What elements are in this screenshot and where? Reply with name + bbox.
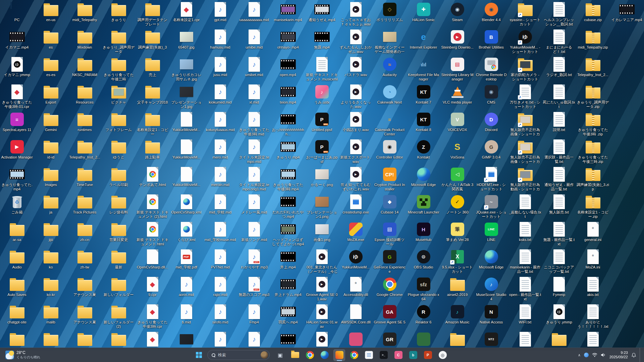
desktop-icon[interactable]: Chrome Remote Desktop <box>474 55 508 82</box>
show-desktop-strip[interactable] <box>640 348 641 362</box>
desktop-icon[interactable]: PC <box>0 0 34 27</box>
desktop-icon[interactable]: ゆYukkuriMovieM... - ショートカット <box>508 27 542 55</box>
desktop-icon[interactable]: ✓ノートン 360 <box>440 192 474 220</box>
desktop-icon[interactable]: PNT2Untitled.ppsf <box>305 110 339 137</box>
desktop-icon[interactable]: ▤Epson 接続診断ツール <box>373 220 407 247</box>
desktop-icon[interactable]: 万引きメモ.txt - ショートカット <box>508 82 542 110</box>
desktop-icon[interactable]: CP!Crypton Product Installer <box>373 165 407 192</box>
desktop-icon[interactable]: midi_Telepathy <box>68 0 102 27</box>
desktop-icon[interactable]: 調声練習(失敗)_3.zip <box>576 165 610 192</box>
desktop-icon[interactable]: フォトフレーム <box>102 110 136 137</box>
desktop-icon[interactable]: ko <box>34 247 68 275</box>
desktop-icon[interactable]: NT2 <box>474 330 508 348</box>
desktop-icon[interactable]: ja <box>34 192 68 220</box>
desktop-icon[interactable]: ♪タイトル未設定.tempo.orig1.mid <box>237 165 271 192</box>
desktop-icon[interactable]: createdump.exe <box>339 192 373 220</box>
desktop-icon[interactable]: ♪hamusu.mid <box>203 27 237 55</box>
desktop-icon[interactable]: ▶よりうるさくなった.wav <box>339 82 373 110</box>
desktop-icon[interactable]: ◆きゅうり食ってた午後3時.cpr <box>136 302 169 330</box>
desktop-icon[interactable]: OpenCvSharp.xml <box>169 192 203 220</box>
desktop-icon[interactable]: teion.mp4 <box>271 82 305 110</box>
desktop-icon[interactable]: ゆうと <box>102 137 136 165</box>
desktop-icon[interactable]: LINELINE <box>474 220 508 247</box>
desktop-icon[interactable]: きゅうり <box>102 0 136 27</box>
hidden-icons-chevron-icon[interactable]: ∧ <box>578 353 581 357</box>
desktop-icon[interactable]: TimeTune <box>68 165 102 192</box>
desktop-icon[interactable] <box>508 330 542 348</box>
taskbar-app-edge[interactable] <box>319 349 330 361</box>
desktop-icon[interactable]: HMuseHub <box>407 220 440 247</box>
desktop-icon[interactable]: ≈Audacity <box>373 55 407 82</box>
desktop-icon[interactable]: ♪aorin.mid <box>169 275 203 302</box>
desktop-icon[interactable]: ありがとう！！！！！！.txt <box>576 302 610 330</box>
desktop-icon[interactable] <box>34 330 68 348</box>
taskbar-app-notepad[interactable] <box>363 349 375 361</box>
desktop-icon[interactable]: ♪umibe.mid <box>237 27 271 55</box>
desktop-icon[interactable]: manisekarin.mp4 <box>271 0 305 27</box>
desktop-icon[interactable]: 孤独なインディーゲーム開発者の一生 ... <box>373 27 407 55</box>
desktop-icon[interactable]: 父子キャンプ2018 <box>136 82 169 110</box>
desktop-icon[interactable]: Track Pictures <box>68 192 102 220</box>
desktop-icon[interactable]: ohhayo-.mp4 <box>271 27 305 55</box>
desktop-icon[interactable]: en-us <box>34 0 68 27</box>
desktop-icon[interactable]: Minecraft Launcher <box>407 192 440 220</box>
desktop-icon[interactable]: テンポあて.html <box>136 165 169 192</box>
desktop-icon[interactable]: ♪Fmp4 <box>237 302 271 330</box>
desktop-icon[interactable]: アナウンス夏 <box>68 275 102 302</box>
desktop-icon[interactable]: ♻ごみ箱 <box>0 192 34 220</box>
desktop-icon[interactable]: ▶HALion Sonic 01.wav <box>305 302 339 330</box>
volume-icon[interactable] <box>601 353 606 357</box>
desktop-icon[interactable]: Fymmp <box>542 275 576 302</box>
desktop-icon[interactable]: 羽尻へ.mp4 <box>271 302 305 330</box>
desktop-icon[interactable]: 新規 テキスト ドキュメント.musicxml <box>305 55 339 82</box>
desktop-icon[interactable]: ラジオ_歌詞.txt <box>542 55 576 82</box>
desktop-icon[interactable]: 新しいフォルダー <box>102 275 136 302</box>
desktop-icon[interactable]: 死にたい_ゅ歌詞.txt <box>542 82 576 110</box>
desktop-icon[interactable]: ♪MuseScore Studio 4 <box>474 275 508 302</box>
desktop-icon[interactable]: manisekarin - 親作品一覧.txt <box>508 247 542 275</box>
desktop-icon[interactable]: まにまにわーるど！.txt <box>542 27 576 55</box>
desktop-icon[interactable]: zh-cn <box>68 220 102 247</box>
desktop-icon[interactable]: 最新 <box>102 247 136 275</box>
desktop-icon[interactable]: ♪ <box>237 330 271 348</box>
desktop-icon[interactable]: 無人販売.txt <box>542 192 576 220</box>
desktop-icon[interactable] <box>169 330 203 348</box>
desktop-icon[interactable]: ヘッドフォンはずしててよかっt.mp4 <box>271 220 305 247</box>
desktop-icon[interactable]: ko-kr <box>34 275 68 302</box>
desktop-icon[interactable]: RReaktor 6 <box>407 302 440 330</box>
taskbar-app-chrome-profile[interactable] <box>348 349 360 361</box>
desktop-icon[interactable]: X9.5.xlsx - ショートカット <box>440 247 474 275</box>
desktop-icon[interactable]: ▶新規エクスポート.wav <box>339 137 373 165</box>
desktop-icon[interactable]: ▶小銭詰まり.wav <box>339 110 373 137</box>
desktop-icon[interactable]: ♪rajio.mid <box>203 275 237 302</box>
desktop-icon[interactable]: SVoiSona <box>440 137 474 165</box>
desktop-icon[interactable]: ▶こってゅｈｄすおｆｄｓｂふぉ.wav <box>339 0 373 27</box>
desktop-icon[interactable] <box>440 330 474 348</box>
clock[interactable]: 9:23 2025/09/22 <box>609 351 628 359</box>
desktop-icon[interactable]: GGIMP 3.0.4 <box>474 137 508 165</box>
desktop-icon[interactable]: プレゼンテーション1.png <box>305 192 339 220</box>
desktop-icon[interactable]: ♪MP3わかりやす.mp3 <box>237 247 271 275</box>
desktop-icon[interactable]: ◉Controller Editor <box>373 137 407 165</box>
desktop-icon[interactable]: WIFI.txt <box>508 302 542 330</box>
desktop-icon[interactable]: 65407.jpg <box>169 27 203 55</box>
desktop-icon[interactable]: open - 親作品一覧.txt <box>508 275 542 302</box>
desktop-icon[interactable]: ◆ <box>136 330 169 348</box>
desktop-icon[interactable]: ♪xl.mid <box>237 82 271 110</box>
desktop-icon[interactable]: ヘルスコンプレッション__歌詞.txt <box>542 0 576 27</box>
desktop-icon[interactable]: 無人販売不正行為画像 - ショートカッ... <box>508 110 542 137</box>
desktop-icon[interactable]: プレゼンテーション1.jpg <box>169 82 203 110</box>
desktop-icon[interactable] <box>542 330 576 348</box>
desktop-icon[interactable]: PNT2おーばーまにあ.ppsf <box>305 137 339 165</box>
desktop-icon[interactable]: cubase.zip <box>576 0 610 27</box>
desktop-icon[interactable]: ♪umibet.mid <box>237 55 271 82</box>
desktop-icon[interactable]: 無人販売不正行為動画 - ショートカット <box>508 165 542 192</box>
desktop-icon[interactable]: ♪PVTNd.mid <box>203 247 237 275</box>
desktop-icon[interactable]: アナウンス夏 <box>68 302 102 330</box>
desktop-icon[interactable]: ♪jusu.mid <box>203 55 237 82</box>
desktop-icon[interactable]: es <box>34 27 68 55</box>
taskbar-app-teal-audio-app[interactable]: b <box>407 349 419 361</box>
desktop-icon[interactable]: 無題 - 親作品一覧.txt <box>542 220 576 247</box>
desktop-icon[interactable]: ピクチャ <box>102 82 136 110</box>
desktop-icon[interactable]: NNative Access <box>474 302 508 330</box>
